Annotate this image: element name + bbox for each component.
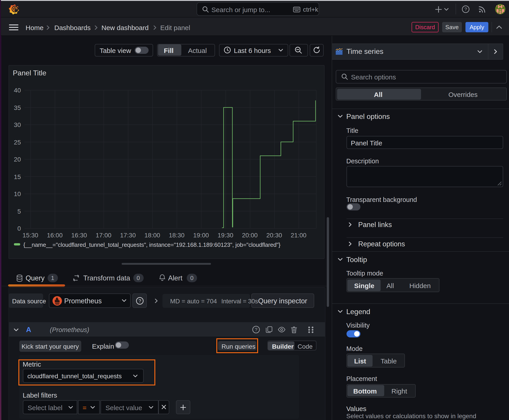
svg-text:?: ?	[138, 298, 141, 303]
svg-text:?: ?	[464, 7, 467, 12]
svg-text:?: ?	[255, 327, 258, 332]
